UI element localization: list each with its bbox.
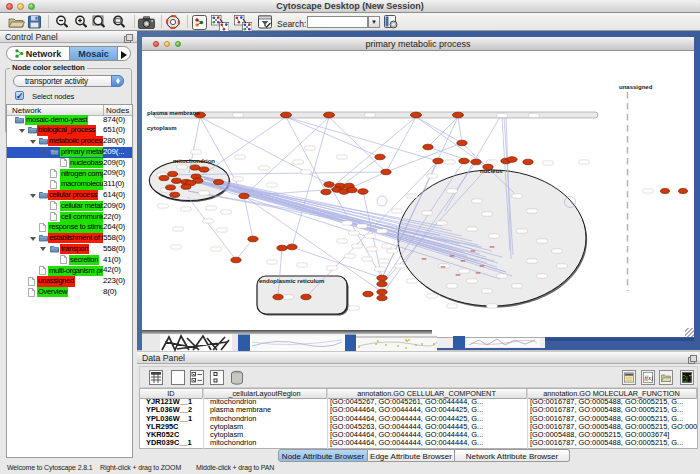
- svg-text:unassigned: unassigned: [619, 84, 653, 90]
- svg-text:f(x): f(x): [644, 374, 653, 382]
- svg-text:endoplasmic reticulum: endoplasmic reticulum: [259, 278, 324, 284]
- svg-text:cytoplasm: cytoplasm: [147, 125, 177, 131]
- svg-text:mitochondrion: mitochondrion: [173, 158, 215, 164]
- svg-text:plasma membrane: plasma membrane: [147, 110, 200, 116]
- svg-text:nucleus: nucleus: [480, 168, 503, 174]
